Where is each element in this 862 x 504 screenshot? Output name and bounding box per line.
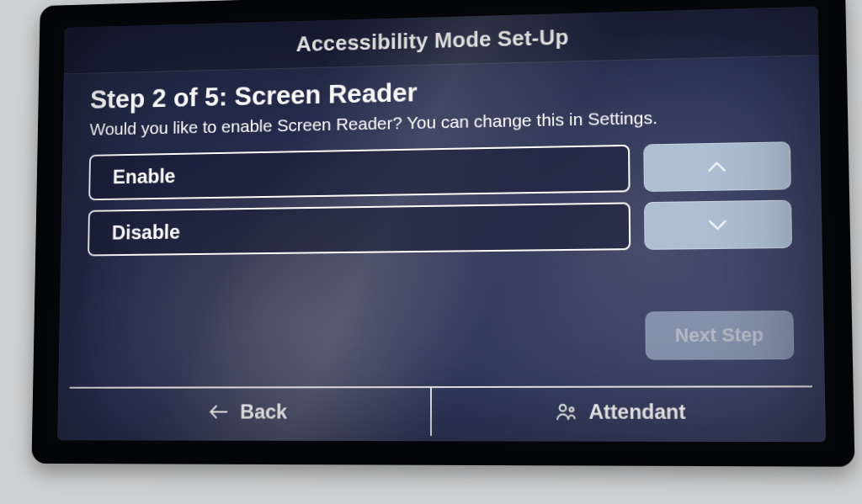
back-button-label: Back <box>240 400 287 423</box>
scroll-up-button[interactable] <box>643 142 791 193</box>
device-frame: Accessibility Mode Set-Up Step 2 of 5: S… <box>31 0 854 467</box>
svg-point-2 <box>569 407 573 411</box>
screen: Accessibility Mode Set-Up Step 2 of 5: S… <box>57 7 826 443</box>
chevron-up-icon <box>704 158 730 176</box>
attendant-button[interactable]: Attendant <box>430 387 813 437</box>
main-content: Step 2 of 5: Screen Reader Would you lik… <box>58 56 824 387</box>
next-step-wrap: Next Step <box>645 310 794 360</box>
back-button[interactable]: Back <box>69 388 430 436</box>
options-column: Enable Disable <box>88 145 631 257</box>
page-title: Accessibility Mode Set-Up <box>296 24 569 57</box>
enable-button[interactable]: Enable <box>88 145 630 200</box>
next-step-label: Next Step <box>675 324 764 347</box>
option-row: Enable Disable <box>88 142 792 257</box>
enable-button-label: Enable <box>113 165 176 189</box>
scroll-column <box>643 142 792 251</box>
chevron-down-icon <box>705 216 731 234</box>
next-step-button[interactable]: Next Step <box>645 310 794 360</box>
svg-point-1 <box>559 405 566 411</box>
disable-button-label: Disable <box>112 220 180 244</box>
scroll-down-button[interactable] <box>644 200 792 250</box>
arrow-left-icon <box>207 401 228 422</box>
attendant-button-label: Attendant <box>588 400 685 424</box>
attendant-icon <box>555 401 577 422</box>
footer-bar: Back Attendant <box>69 385 813 437</box>
disable-button[interactable]: Disable <box>88 203 631 257</box>
